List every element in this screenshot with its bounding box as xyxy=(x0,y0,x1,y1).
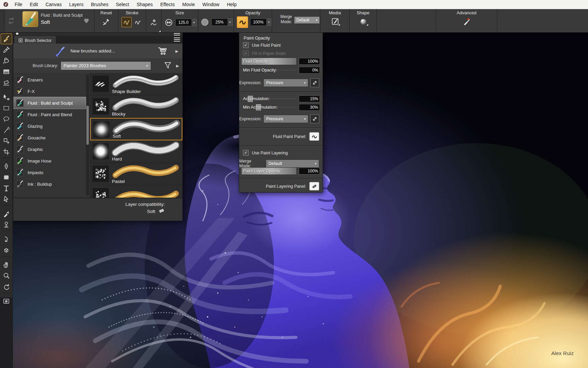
menu-item-effects[interactable]: Effects xyxy=(157,0,179,9)
accumulation-value[interactable]: 15% xyxy=(299,95,320,102)
paint-bucket-tool[interactable] xyxy=(1,55,12,66)
size-dropdown-arrow-icon[interactable]: ▾ xyxy=(191,19,196,26)
pen-tool[interactable] xyxy=(1,161,12,172)
opacity-dropdown-arrow-icon[interactable]: ▾ xyxy=(266,19,271,26)
paint-layer-opacity-slider[interactable]: Paint Layer Opacity: xyxy=(241,167,297,175)
use-fluid-paint-checkbox[interactable]: ✓ Use Fluid Paint xyxy=(239,42,323,48)
rectangular-shape-tool[interactable] xyxy=(1,172,12,183)
brush-library-select[interactable]: Painter 2023 Brushes ▾ xyxy=(61,61,151,70)
layer-adjuster-tool[interactable] xyxy=(1,92,12,103)
shape-flyout-button[interactable] xyxy=(358,17,369,26)
menu-item-movie[interactable]: Movie xyxy=(179,0,199,9)
brush-category-ink-buildup[interactable]: Ink : Buildup xyxy=(13,178,90,190)
grain-dropdown-arrow-icon[interactable]: ▾ xyxy=(227,19,232,26)
menu-item-help[interactable]: Help xyxy=(223,0,241,9)
paint-layer-opacity-value[interactable]: 100% xyxy=(299,168,320,174)
expression-settings-icon-1[interactable] xyxy=(310,78,319,87)
expression-settings-icon-2[interactable] xyxy=(310,114,319,123)
menu-item-shapes[interactable]: Shapes xyxy=(133,0,156,9)
brush-category-image-hose[interactable]: Image Hose xyxy=(13,155,90,167)
brush-tool[interactable] xyxy=(1,33,12,44)
cloner-tool[interactable] xyxy=(1,208,12,219)
crop-tool[interactable] xyxy=(1,146,12,157)
media-flyout-button[interactable] xyxy=(330,17,340,26)
brush-selector-tab[interactable]: Brush Selector xyxy=(15,36,55,44)
mirror-painting-tool[interactable] xyxy=(1,234,12,245)
advanced-brush-settings-button[interactable] xyxy=(436,17,497,26)
accumulation-slider[interactable]: Accumulation: xyxy=(241,95,297,103)
size-value-combo[interactable]: 125.0 ▾ xyxy=(175,19,197,26)
size-icon[interactable] xyxy=(164,18,173,27)
brush-category-fluid-paint-and-blend[interactable]: Fluid : Paint and Blend xyxy=(13,109,90,120)
brush-variant-partial[interactable] xyxy=(90,185,182,198)
lasso-tool[interactable] xyxy=(1,113,12,124)
navigator-tool[interactable] xyxy=(1,296,12,307)
brush-category-glazing[interactable]: Glazing xyxy=(13,120,90,132)
min-fluid-opacity-value[interactable]: 0% xyxy=(299,67,320,74)
fluid-opacity-slider[interactable]: Fluid Opacity: xyxy=(241,58,297,65)
menu-item-window[interactable]: Window xyxy=(199,0,223,9)
brush-category-gouache[interactable]: Gouache xyxy=(13,132,90,143)
brush-category-impasto[interactable]: Impasto xyxy=(13,167,90,178)
grain-value[interactable]: 25% xyxy=(212,19,227,26)
grain-icon[interactable] xyxy=(200,18,209,27)
size-value[interactable]: 125.0 xyxy=(176,19,191,26)
eraser-tool[interactable] xyxy=(1,77,12,88)
filter-expand-arrow-icon[interactable]: ▶ xyxy=(176,64,179,68)
perspective-guides-tool[interactable] xyxy=(1,245,12,256)
transform-tool[interactable] xyxy=(1,135,12,146)
brush-variant-hard[interactable]: Hard xyxy=(90,140,182,163)
magnifier-tool[interactable] xyxy=(1,270,12,281)
brush-category-f-x[interactable]: F-X xyxy=(13,86,90,97)
grabber-tool[interactable] xyxy=(1,259,12,270)
current-brush-thumbnail[interactable] xyxy=(22,11,38,27)
menu-item-layers[interactable]: Layers xyxy=(65,0,87,9)
freehand-stroke-button[interactable] xyxy=(121,17,132,27)
paint-opacity-flyout-button[interactable] xyxy=(237,16,248,28)
brush-variant-blocky[interactable]: Blocky xyxy=(90,95,182,118)
checkbox-checked-icon-2[interactable]: ✓ xyxy=(243,150,249,156)
expression-select-2[interactable]: Pressure▾ xyxy=(263,115,308,123)
dropper-tool[interactable] xyxy=(1,44,12,55)
rubber-stamp-tool[interactable] xyxy=(1,219,12,230)
grain-value-combo[interactable]: 25% ▾ xyxy=(211,18,233,26)
fluid-opacity-value[interactable]: 100% xyxy=(299,58,320,65)
panel-merge-mode-select[interactable]: Default▾ xyxy=(266,159,319,168)
favorite-heart-icon[interactable] xyxy=(82,16,91,25)
menu-item-canvas[interactable]: Canvas xyxy=(42,0,65,9)
close-panel-icon[interactable] xyxy=(18,38,23,43)
tab-menu-icon[interactable] xyxy=(174,37,180,42)
category-scrollbar-thumb[interactable] xyxy=(86,106,89,145)
use-paint-layering-checkbox[interactable]: ✓ Use Paint Layering xyxy=(239,150,323,156)
restore-default-variant-icon[interactable] xyxy=(7,16,16,25)
min-accumulation-value[interactable]: 30% xyxy=(299,104,320,111)
brush-store-cart-icon[interactable] xyxy=(157,46,168,56)
min-accumulation-slider[interactable]: Min Accumulation: xyxy=(241,104,297,111)
reset-brush-button[interactable] xyxy=(95,17,118,26)
text-tool[interactable] xyxy=(1,183,12,194)
menu-item-brushes[interactable]: Brushes xyxy=(87,0,112,9)
opacity-value-combo[interactable]: 100% ▾ xyxy=(250,18,272,26)
open-paint-layering-panel-button[interactable] xyxy=(309,182,319,190)
rectangular-selection-tool[interactable] xyxy=(1,103,12,113)
brush-variant-pastel[interactable]: Pastel xyxy=(90,163,182,185)
shape-selection-tool[interactable] xyxy=(1,194,12,204)
new-brushes-banner[interactable]: New brushes added... ▶ xyxy=(13,44,182,59)
stroke-attributes-button[interactable] xyxy=(146,18,161,27)
merge-mode-select[interactable]: Default ▾ xyxy=(294,16,320,24)
filter-funnel-icon[interactable] xyxy=(163,61,172,70)
min-fluid-opacity-slider[interactable]: Min Fluid Opacity: xyxy=(241,66,297,74)
opacity-value[interactable]: 100% xyxy=(250,19,266,26)
menu-item-edit[interactable]: Edit xyxy=(26,0,42,9)
expression-select-1[interactable]: Pressure▾ xyxy=(263,79,308,87)
open-fluid-paint-panel-button[interactable] xyxy=(309,132,319,141)
brush-variant-soft[interactable]: Soft xyxy=(90,118,182,140)
menu-item-file[interactable]: File xyxy=(11,0,26,9)
category-scrollbar[interactable] xyxy=(86,74,89,196)
brush-category-erasers[interactable]: Erasers xyxy=(13,74,90,86)
straight-line-stroke-button[interactable] xyxy=(133,17,143,27)
menu-item-select[interactable]: Select xyxy=(112,0,133,9)
gradient-tool[interactable] xyxy=(1,66,12,77)
checkbox-checked-icon[interactable]: ✓ xyxy=(243,42,249,48)
brush-category-fluid-build-and-sculpt[interactable]: Fluid : Build and Sculpt xyxy=(13,97,86,109)
